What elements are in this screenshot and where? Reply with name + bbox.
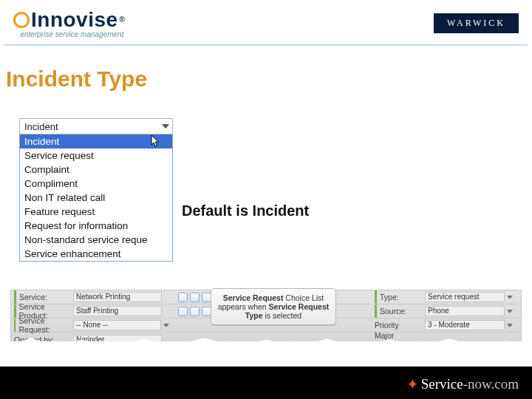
default-note: Default is Incident bbox=[182, 202, 309, 219]
label-type: Type: bbox=[380, 293, 399, 301]
option-non-it[interactable]: Non IT related call bbox=[20, 191, 172, 205]
cursor-icon bbox=[151, 134, 162, 149]
brand-tagline: enterprise service management bbox=[13, 30, 123, 38]
value-type[interactable]: Service request bbox=[425, 292, 505, 302]
header-rule bbox=[4, 44, 528, 46]
chevron-down-icon bbox=[162, 124, 169, 129]
select-value: Incident bbox=[24, 121, 58, 132]
option-feature-request[interactable]: Feature request bbox=[20, 205, 172, 219]
option-complaint[interactable]: Complaint bbox=[20, 163, 172, 177]
callout-text-2: is selected bbox=[265, 311, 302, 320]
value-priority[interactable]: 3 - Moderate bbox=[425, 320, 505, 330]
label-priority: Priority bbox=[375, 321, 399, 330]
label-source: Source: bbox=[380, 307, 406, 316]
logo-innovise: Innovise® enterprise service management bbox=[13, 8, 125, 38]
label-service: Service: bbox=[19, 293, 47, 301]
option-compliment[interactable]: Compliment bbox=[20, 177, 172, 191]
callout-strong-1: Service Request bbox=[223, 293, 284, 302]
option-rfi[interactable]: Request for information bbox=[20, 219, 172, 233]
footer-bar: ✦ Service-now.com bbox=[0, 366, 532, 399]
logo-servicenow: ✦ Service-now.com bbox=[406, 375, 519, 393]
chevron-down-icon[interactable] bbox=[507, 324, 513, 327]
value-source[interactable]: Phone bbox=[425, 306, 505, 316]
brand-text: Innovise bbox=[31, 8, 118, 32]
callout: Service Request Choice List appears when… bbox=[211, 288, 336, 325]
lookup-icon[interactable] bbox=[178, 307, 188, 316]
star-icon: ✦ bbox=[406, 375, 419, 393]
incident-type-options[interactable]: Incident Service request Complaint Compl… bbox=[19, 134, 173, 262]
logo-warwick: WARWICK bbox=[434, 13, 519, 33]
chevron-down-icon[interactable] bbox=[163, 324, 169, 327]
chevron-down-icon[interactable] bbox=[507, 296, 513, 299]
tree-icon[interactable] bbox=[190, 293, 200, 302]
info-icon[interactable] bbox=[202, 293, 211, 302]
tree-icon[interactable] bbox=[190, 307, 200, 316]
value-service-product[interactable]: Staff Printing bbox=[73, 306, 162, 316]
label-service-request: Service Request: bbox=[18, 316, 67, 334]
chevron-down-icon[interactable] bbox=[507, 310, 513, 313]
registered-mark: ® bbox=[120, 16, 126, 24]
incident-type-select[interactable]: Incident bbox=[19, 118, 173, 134]
value-service-request[interactable]: -- None -- bbox=[73, 320, 161, 330]
value-service[interactable]: Network Printing bbox=[73, 292, 162, 302]
option-incident[interactable]: Incident bbox=[20, 134, 172, 149]
page-title: Incident Type bbox=[6, 66, 147, 92]
lookup-icon[interactable] bbox=[178, 293, 188, 302]
option-enhancement[interactable]: Service enhancement bbox=[20, 247, 172, 261]
info-icon[interactable] bbox=[202, 307, 211, 316]
ring-icon bbox=[13, 12, 30, 28]
option-nonstandard[interactable]: Non-standard service reque bbox=[20, 233, 172, 247]
option-service-request[interactable]: Service request bbox=[20, 149, 172, 163]
